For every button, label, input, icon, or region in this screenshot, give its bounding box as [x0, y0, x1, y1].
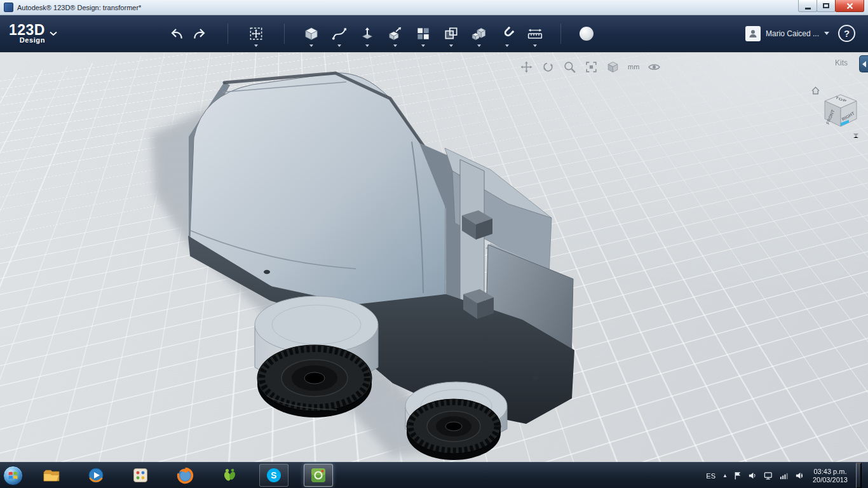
- zoom-icon: [563, 60, 576, 74]
- material-sphere-icon: [580, 27, 593, 41]
- model-pulley-rear[interactable]: [405, 382, 507, 460]
- eye-icon: [648, 60, 661, 74]
- close-button[interactable]: [835, 0, 864, 12]
- dropdown-caret-icon: [393, 44, 397, 47]
- snap-icon: [499, 25, 515, 42]
- primitives-icon: [303, 25, 320, 42]
- viewcube-icon: TOP FRONT RIGHT: [821, 91, 860, 130]
- zoom-button[interactable]: [563, 60, 576, 74]
- viewcube-toggle-button[interactable]: [606, 60, 620, 74]
- modify-tool-button[interactable]: [383, 19, 408, 48]
- speaker-icon: [795, 471, 804, 480]
- visibility-button[interactable]: [648, 60, 661, 74]
- units-button[interactable]: mm: [628, 62, 639, 72]
- media-player-button[interactable]: [81, 464, 111, 487]
- language-indicator[interactable]: ES: [705, 472, 717, 480]
- dropdown-caret-icon: [309, 44, 313, 47]
- dropdown-caret-icon: [254, 44, 258, 47]
- home-icon: [811, 86, 820, 95]
- pattern-tool-button[interactable]: [410, 19, 436, 48]
- app-window-icon[interactable]: [4, 3, 13, 12]
- kits-panel-tab[interactable]: Kits: [831, 58, 851, 68]
- creative-app-icon: [132, 467, 149, 484]
- window-controls: [799, 0, 864, 12]
- messenger-icon: [221, 467, 238, 484]
- taskbar: S ES ▲: [0, 462, 868, 488]
- sketch-tool-button[interactable]: [327, 19, 352, 48]
- help-icon: ?: [844, 28, 850, 39]
- minimize-icon: [805, 8, 811, 10]
- undo-button[interactable]: [164, 20, 188, 47]
- window-title: Autodesk® 123D® Design: transformer*: [17, 4, 141, 11]
- dropdown-caret-icon: [505, 44, 509, 47]
- windows-start-icon: [3, 466, 23, 485]
- chevron-down-icon: [50, 31, 57, 36]
- primitives-tool-button[interactable]: [299, 19, 324, 48]
- signal-button[interactable]: [779, 471, 789, 480]
- start-button[interactable]: [0, 463, 25, 488]
- logo-secondary: Design: [20, 37, 45, 44]
- measure-tool-button[interactable]: [522, 19, 548, 48]
- app-logo-menu[interactable]: 123D Design: [9, 24, 57, 44]
- viewcube[interactable]: TOP FRONT RIGHT: [811, 83, 862, 138]
- volume-button[interactable]: [748, 471, 757, 480]
- messenger-button[interactable]: [215, 464, 244, 487]
- snap-tool-button[interactable]: [494, 19, 520, 48]
- redo-button[interactable]: [188, 20, 212, 47]
- account-menu[interactable]: Mario Caiced ...: [745, 26, 829, 41]
- undo-icon: [168, 25, 184, 42]
- dropdown-caret-icon: [337, 44, 341, 47]
- volume-icon: [748, 471, 757, 480]
- toolbar-divider: [227, 24, 228, 44]
- transform-tool-button[interactable]: [243, 19, 269, 48]
- modify-icon: [387, 25, 403, 42]
- hidden-icons-button[interactable]: ▲: [722, 473, 728, 478]
- model-body[interactable]: [188, 73, 574, 424]
- model-3d[interactable]: [0, 53, 868, 462]
- pan-icon: [520, 60, 533, 74]
- viewcube-home-button[interactable]: [811, 86, 820, 97]
- material-button[interactable]: [574, 19, 599, 48]
- user-avatar-icon: [745, 26, 761, 41]
- viewport-nav-toolbar: mm: [520, 60, 661, 74]
- construct-tool-button[interactable]: [355, 19, 380, 48]
- combine-tool-button[interactable]: [466, 19, 492, 48]
- signal-bars-icon: [779, 471, 789, 480]
- audio-device-button[interactable]: [795, 471, 804, 480]
- help-button[interactable]: ?: [838, 25, 855, 42]
- main-toolbar: 123D Design: [0, 15, 868, 52]
- viewcube-options-button[interactable]: [853, 133, 858, 138]
- minimize-button[interactable]: [798, 0, 817, 12]
- chevron-down-icon: [824, 32, 829, 35]
- pan-button[interactable]: [520, 60, 533, 74]
- dropdown-caret-icon: [421, 44, 425, 47]
- tray-time: 03:43 p.m.: [813, 468, 846, 476]
- maximize-button[interactable]: [817, 0, 836, 12]
- orbit-icon: [541, 60, 555, 74]
- redo-icon: [192, 25, 208, 42]
- creative-app-button[interactable]: [126, 464, 155, 487]
- action-center-button[interactable]: [733, 471, 742, 480]
- skype-button[interactable]: S: [259, 464, 288, 487]
- viewcube-toggle-icon: [606, 60, 620, 74]
- media-player-icon: [88, 467, 104, 484]
- tools-group: [299, 19, 548, 48]
- model-pulley-front[interactable]: [255, 296, 378, 417]
- firefox-button[interactable]: [170, 464, 200, 487]
- dropdown-caret-icon: [533, 44, 537, 47]
- network-monitor-icon: [763, 471, 773, 480]
- windows-explorer-button[interactable]: [37, 464, 66, 487]
- panel-collapse-button[interactable]: [859, 55, 868, 72]
- viewport-3d[interactable]: mm Kits: [0, 52, 868, 462]
- fit-view-button[interactable]: [585, 60, 598, 74]
- grouping-tool-button[interactable]: [438, 19, 464, 48]
- viewcube-cube-button[interactable]: TOP FRONT RIGHT: [821, 91, 860, 132]
- network-button[interactable]: [763, 471, 773, 480]
- user-name: Mario Caiced ...: [766, 29, 819, 38]
- app-123d-design-button[interactable]: [304, 464, 333, 487]
- app-123d-design-icon: [310, 467, 327, 484]
- pattern-icon: [415, 25, 431, 42]
- show-desktop-button[interactable]: [856, 463, 862, 488]
- clock[interactable]: 03:43 p.m. 20/03/2013: [810, 468, 850, 484]
- orbit-button[interactable]: [541, 60, 555, 74]
